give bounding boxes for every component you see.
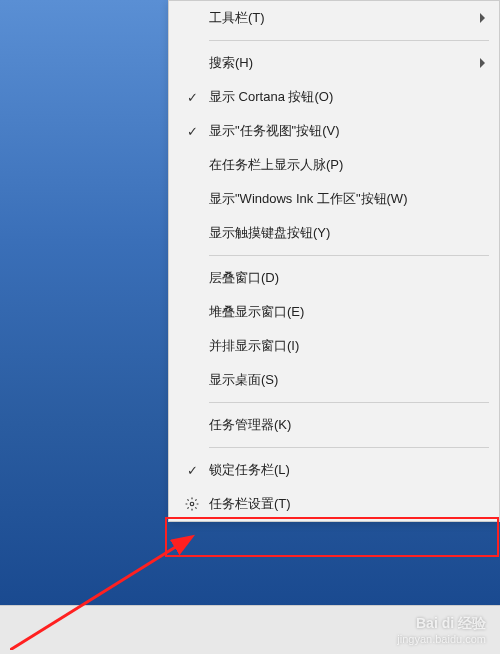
menu-separator	[209, 447, 489, 448]
check-icon: ✓	[181, 463, 203, 478]
menu-item-task-manager[interactable]: 任务管理器(K)	[169, 408, 499, 442]
watermark: Bai di 经验 jingyan.baidu.com	[397, 614, 486, 646]
menu-item-lock-taskbar[interactable]: ✓ 锁定任务栏(L)	[169, 453, 499, 487]
menu-item-cortana-button[interactable]: ✓ 显示 Cortana 按钮(O)	[169, 80, 499, 114]
menu-label: 层叠窗口(D)	[203, 269, 279, 287]
menu-label: 任务栏设置(T)	[203, 495, 291, 513]
menu-item-side-by-side[interactable]: 并排显示窗口(I)	[169, 329, 499, 363]
gear-icon	[181, 497, 203, 511]
menu-separator	[209, 402, 489, 403]
check-icon: ✓	[181, 124, 203, 139]
svg-point-0	[190, 502, 194, 506]
menu-item-cascade[interactable]: 层叠窗口(D)	[169, 261, 499, 295]
menu-item-people[interactable]: 在任务栏上显示人脉(P)	[169, 148, 499, 182]
menu-item-show-desktop[interactable]: 显示桌面(S)	[169, 363, 499, 397]
menu-label: 搜索(H)	[203, 54, 253, 72]
menu-separator	[209, 40, 489, 41]
menu-label: 任务管理器(K)	[203, 416, 291, 434]
menu-separator	[209, 255, 489, 256]
menu-label: 在任务栏上显示人脉(P)	[203, 156, 343, 174]
menu-label: 显示 Cortana 按钮(O)	[203, 88, 333, 106]
menu-item-stacked[interactable]: 堆叠显示窗口(E)	[169, 295, 499, 329]
menu-item-search[interactable]: 搜索(H)	[169, 46, 499, 80]
watermark-url: jingyan.baidu.com	[397, 632, 486, 646]
menu-item-taskbar-settings[interactable]: 任务栏设置(T)	[169, 487, 499, 521]
menu-label: 堆叠显示窗口(E)	[203, 303, 304, 321]
menu-label: 工具栏(T)	[203, 9, 265, 27]
menu-label: 锁定任务栏(L)	[203, 461, 290, 479]
taskbar-context-menu: 工具栏(T) 搜索(H) ✓ 显示 Cortana 按钮(O) ✓ 显示"任务视…	[168, 0, 500, 522]
menu-item-windows-ink[interactable]: 显示"Windows Ink 工作区"按钮(W)	[169, 182, 499, 216]
menu-label: 显示"任务视图"按钮(V)	[203, 122, 340, 140]
menu-label: 显示触摸键盘按钮(Y)	[203, 224, 330, 242]
menu-item-toolbars[interactable]: 工具栏(T)	[169, 1, 499, 35]
menu-label: 并排显示窗口(I)	[203, 337, 299, 355]
check-icon: ✓	[181, 90, 203, 105]
menu-label: 显示桌面(S)	[203, 371, 278, 389]
watermark-brand: Bai di 经验	[397, 614, 486, 632]
menu-label: 显示"Windows Ink 工作区"按钮(W)	[203, 190, 407, 208]
menu-item-task-view-button[interactable]: ✓ 显示"任务视图"按钮(V)	[169, 114, 499, 148]
menu-item-touch-keyboard[interactable]: 显示触摸键盘按钮(Y)	[169, 216, 499, 250]
